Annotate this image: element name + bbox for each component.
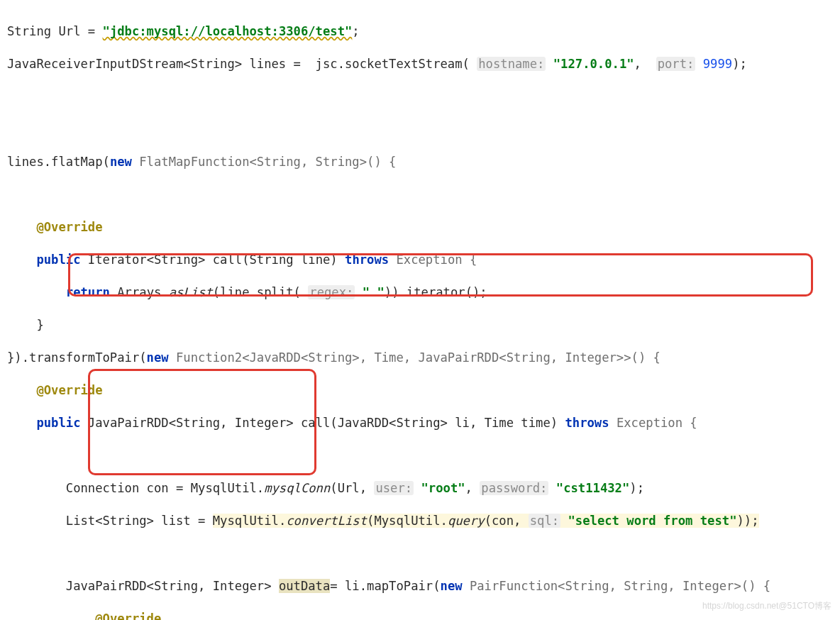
code-line: }).transformToPair(new Function2<JavaRDD… <box>7 350 833 366</box>
code-line: public Iterator<String> call(String line… <box>7 252 833 268</box>
code-line: @Override <box>7 611 833 620</box>
param-hint: port: <box>656 57 696 71</box>
code-line: @Override <box>7 382 833 399</box>
code-line: String Url = "jdbc:mysql://localhost:330… <box>7 23 833 40</box>
code-line: Connection con = MysqlUtil.mysqlConn(Url… <box>7 480 833 497</box>
code-line <box>7 546 833 562</box>
param-hint: hostname: <box>477 57 546 71</box>
code-line: lines.flatMap(new FlatMapFunction<String… <box>7 154 833 170</box>
code-line: JavaPairRDD<String, Integer> outData= li… <box>7 578 833 594</box>
param-hint: user: <box>374 481 414 495</box>
code-line <box>7 121 833 138</box>
code-line: List<String> list = MysqlUtil.convertLis… <box>7 513 833 529</box>
code-line <box>7 89 833 105</box>
code-line <box>7 448 833 464</box>
param-hint: password: <box>480 481 548 495</box>
code-line: @Override <box>7 219 833 236</box>
code-line <box>7 187 833 203</box>
code-line: } <box>7 317 833 333</box>
code-editor[interactable]: String Url = "jdbc:mysql://localhost:330… <box>0 0 840 620</box>
code-line: return Arrays.asList(line.split( regex: … <box>7 284 833 301</box>
param-hint: regex: <box>308 285 355 299</box>
code-line: JavaReceiverInputDStream<String> lines =… <box>7 56 833 72</box>
param-hint: sql: <box>529 514 560 528</box>
code-line: public JavaPairRDD<String, Integer> call… <box>7 415 833 431</box>
